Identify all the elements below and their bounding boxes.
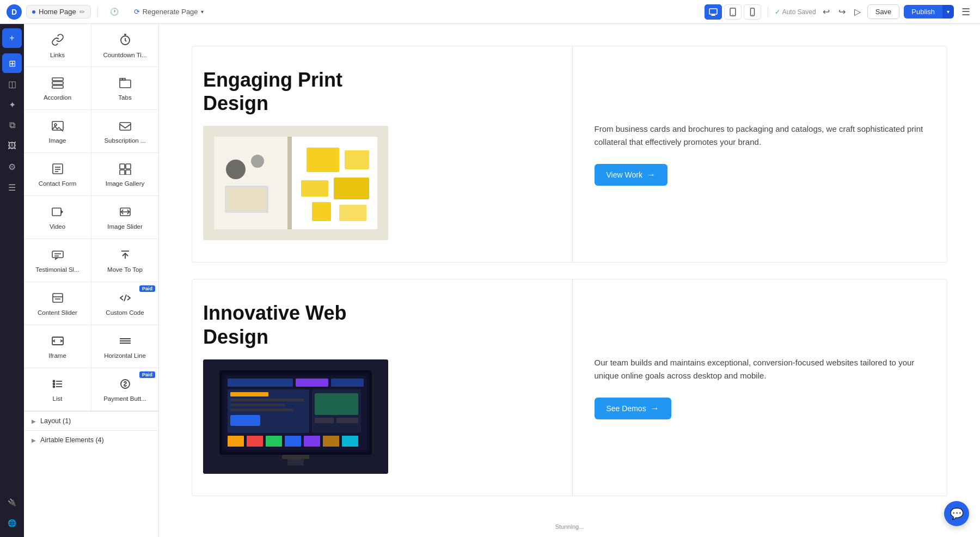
undo-button[interactable]: ↩ bbox=[820, 4, 832, 19]
chat-bubble[interactable]: 💬 bbox=[944, 501, 969, 526]
widget-subscription[interactable]: Subscription ... bbox=[91, 110, 158, 152]
airtable-label: Airtable Elements (4) bbox=[40, 436, 104, 444]
svg-rect-53 bbox=[301, 180, 328, 197]
mobile-button[interactable] bbox=[744, 4, 761, 20]
widget-image-gallery[interactable]: Image Gallery bbox=[91, 153, 158, 196]
redo-button[interactable]: ↪ bbox=[836, 4, 848, 19]
preview-button[interactable]: ▷ bbox=[852, 4, 863, 19]
widget-image[interactable]: Image bbox=[24, 110, 91, 152]
svg-point-45 bbox=[53, 386, 54, 388]
history-button[interactable]: 🕐 bbox=[105, 5, 124, 18]
svg-rect-1 bbox=[712, 14, 715, 15]
sidebar-icon-layers[interactable]: ⧉ bbox=[2, 115, 22, 135]
widget-countdown[interactable]: Countdown Ti... bbox=[91, 24, 158, 66]
publish-caret-button[interactable]: ▾ bbox=[942, 5, 954, 19]
widget-horizontal-line[interactable]: Horizontal Line bbox=[91, 325, 158, 368]
sidebar-icon-apps[interactable]: ⊞ bbox=[2, 53, 22, 73]
svg-rect-32 bbox=[53, 294, 63, 302]
regenerate-label: Regenerate Page bbox=[143, 8, 198, 16]
svg-rect-0 bbox=[709, 9, 717, 14]
svg-rect-56 bbox=[339, 205, 366, 221]
separator2 bbox=[768, 7, 768, 17]
svg-rect-85 bbox=[323, 436, 339, 447]
svg-rect-83 bbox=[285, 436, 301, 447]
sidebar-icon-image-lib[interactable]: 🖼 bbox=[2, 136, 22, 156]
svg-rect-75 bbox=[230, 415, 260, 426]
layout-section[interactable]: ▶ Layout (1) bbox=[24, 411, 158, 430]
see-demos-button[interactable]: See Demos → bbox=[595, 398, 671, 419]
sidebar-icon-stack[interactable]: ☰ bbox=[2, 178, 22, 197]
widget-iframe[interactable]: Iframe bbox=[24, 325, 91, 368]
widget-accordion[interactable]: Accordion bbox=[24, 67, 91, 109]
paid-badge-custom-code: Paid bbox=[139, 285, 155, 292]
widget-content-slider[interactable]: Content Slider bbox=[24, 282, 91, 325]
see-demos-label: See Demos bbox=[607, 404, 646, 413]
widget-payment-button[interactable]: Paid Payment Butt... bbox=[91, 368, 158, 411]
links-label: Links bbox=[50, 52, 65, 59]
hamburger-button[interactable]: ☰ bbox=[958, 4, 973, 20]
svg-marker-24 bbox=[61, 210, 63, 214]
sidebar-icon-integrations[interactable]: 🔌 bbox=[2, 492, 22, 512]
caret-icon: ▾ bbox=[201, 9, 204, 15]
web-design-right: Our team builds and maintains exceptiona… bbox=[573, 279, 947, 495]
sidebar-icon-community[interactable]: 🌐 bbox=[2, 513, 22, 533]
widget-image-slider[interactable]: Image Slider bbox=[91, 196, 158, 239]
regenerate-button[interactable]: ⟳ Regenerate Page ▾ bbox=[128, 5, 209, 18]
separator bbox=[97, 7, 98, 17]
see-demos-arrow-icon: → bbox=[651, 404, 659, 413]
horizontal-line-label: Horizontal Line bbox=[104, 352, 146, 360]
svg-point-13 bbox=[54, 124, 57, 126]
widget-custom-code[interactable]: Paid Custom Code bbox=[91, 282, 158, 325]
content-slider-label: Content Slider bbox=[38, 309, 77, 317]
svg-rect-79 bbox=[336, 418, 358, 423]
print-design-title: Engaging Print Design bbox=[203, 68, 545, 115]
svg-rect-68 bbox=[296, 379, 328, 387]
svg-rect-80 bbox=[228, 436, 244, 447]
home-page-tab[interactable]: Home Page ✏ bbox=[26, 5, 91, 19]
svg-rect-11 bbox=[120, 80, 131, 88]
svg-rect-23 bbox=[52, 208, 61, 216]
image-gallery-label: Image Gallery bbox=[106, 180, 145, 188]
chat-icon: 💬 bbox=[950, 507, 964, 520]
web-design-left: Innovative Web Design bbox=[192, 279, 572, 495]
widget-contact-form[interactable]: Contact Form bbox=[24, 153, 91, 196]
svg-rect-2 bbox=[711, 15, 715, 16]
svg-rect-63 bbox=[287, 459, 304, 466]
sidebar-icon-spark[interactable]: ✦ bbox=[2, 95, 22, 114]
svg-rect-50 bbox=[287, 137, 292, 229]
print-design-image bbox=[203, 126, 388, 240]
svg-rect-71 bbox=[230, 392, 268, 396]
custom-code-label: Custom Code bbox=[106, 309, 144, 317]
sidebar-icon-add[interactable]: + bbox=[2, 28, 22, 48]
widget-panel: Links Countdown Ti... Accordion bbox=[24, 24, 159, 537]
widget-testimonial[interactable]: Testimonial Sl... bbox=[24, 239, 91, 282]
regenerate-icon: ⟳ bbox=[134, 8, 140, 16]
widget-tabs[interactable]: Tabs bbox=[91, 67, 158, 109]
sidebar-icon-settings[interactable]: ⚙ bbox=[2, 157, 22, 176]
svg-rect-69 bbox=[331, 379, 364, 387]
list-icon bbox=[51, 378, 64, 392]
accordion-icon bbox=[51, 77, 64, 91]
svg-point-43 bbox=[53, 381, 54, 382]
airtable-section[interactable]: ▶ Airtable Elements (4) bbox=[24, 430, 158, 449]
view-work-button[interactable]: View Work → bbox=[595, 164, 667, 186]
arrow-icon2: ▶ bbox=[32, 437, 36, 443]
tab-label: Home Page bbox=[39, 8, 76, 16]
svg-rect-9 bbox=[52, 82, 63, 84]
tablet-button[interactable] bbox=[724, 4, 742, 20]
desktop-button[interactable] bbox=[705, 4, 722, 20]
sidebar-icon-page[interactable]: ◫ bbox=[2, 74, 22, 94]
svg-rect-67 bbox=[228, 379, 293, 387]
save-button[interactable]: Save bbox=[867, 4, 900, 19]
contact-form-label: Contact Form bbox=[39, 180, 77, 188]
widget-links[interactable]: Links bbox=[24, 24, 91, 66]
widget-move-to-top[interactable]: Move To Top bbox=[91, 239, 158, 282]
publish-main-button[interactable]: Publish bbox=[904, 5, 942, 19]
testimonial-label: Testimonial Sl... bbox=[35, 266, 79, 274]
widget-video[interactable]: Video bbox=[24, 196, 91, 239]
list-label: List bbox=[53, 395, 63, 403]
svg-rect-84 bbox=[304, 436, 320, 447]
countdown-label: Countdown Ti... bbox=[103, 52, 147, 59]
widget-list[interactable]: List bbox=[24, 368, 91, 411]
svg-rect-20 bbox=[126, 164, 131, 169]
